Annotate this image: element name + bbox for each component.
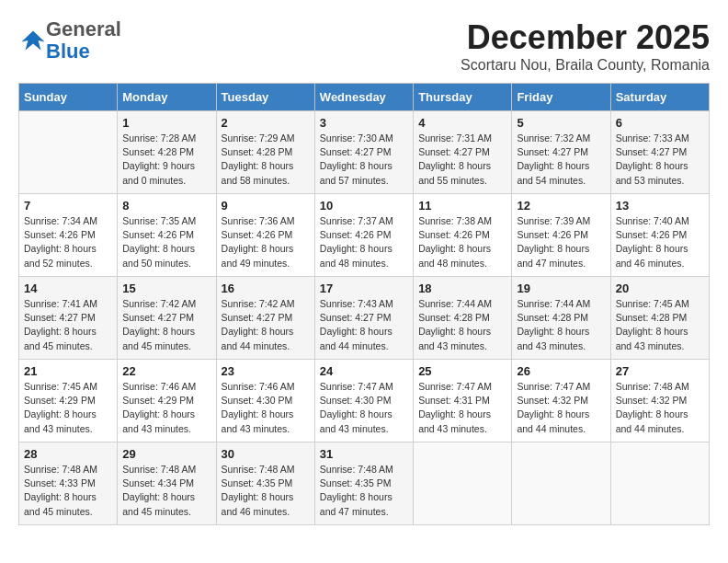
weekday-header-saturday: Saturday [610, 84, 709, 111]
title-block: December 2025 Scortaru Nou, Braila Count… [461, 18, 710, 74]
calendar-cell: 12Sunrise: 7:39 AMSunset: 4:26 PMDayligh… [512, 194, 610, 277]
calendar-cell: 26Sunrise: 7:47 AMSunset: 4:32 PMDayligh… [512, 360, 610, 442]
day-info: Sunrise: 7:30 AMSunset: 4:27 PMDaylight:… [320, 132, 408, 188]
day-info: Sunrise: 7:32 AMSunset: 4:27 PMDaylight:… [517, 132, 605, 188]
logo: General Blue [18, 18, 121, 63]
day-info: Sunrise: 7:46 AMSunset: 4:29 PMDaylight:… [122, 380, 210, 436]
calendar-cell: 7Sunrise: 7:34 AMSunset: 4:26 PMDaylight… [19, 194, 118, 277]
day-number: 12 [517, 199, 605, 213]
calendar-cell: 2Sunrise: 7:29 AMSunset: 4:28 PMDaylight… [216, 111, 314, 194]
calendar-cell: 16Sunrise: 7:42 AMSunset: 4:27 PMDayligh… [216, 277, 314, 360]
calendar-cell: 22Sunrise: 7:46 AMSunset: 4:29 PMDayligh… [118, 360, 216, 442]
calendar-table: SundayMondayTuesdayWednesdayThursdayFrid… [18, 83, 710, 525]
weekday-header-friday: Friday [512, 84, 610, 111]
day-info: Sunrise: 7:48 AMSunset: 4:33 PMDaylight:… [24, 463, 112, 519]
day-number: 28 [24, 447, 112, 461]
day-number: 19 [517, 282, 605, 295]
weekday-header-thursday: Thursday [414, 84, 512, 111]
day-info: Sunrise: 7:36 AMSunset: 4:26 PMDaylight:… [222, 214, 310, 270]
calendar-cell: 24Sunrise: 7:47 AMSunset: 4:30 PMDayligh… [314, 360, 413, 442]
day-number: 21 [24, 364, 112, 378]
calendar-cell: 23Sunrise: 7:46 AMSunset: 4:30 PMDayligh… [216, 360, 314, 442]
day-info: Sunrise: 7:48 AMSunset: 4:35 PMDaylight:… [222, 463, 310, 519]
day-number: 20 [616, 282, 704, 295]
day-number: 14 [24, 282, 112, 295]
calendar-cell: 27Sunrise: 7:48 AMSunset: 4:32 PMDayligh… [610, 360, 709, 442]
day-info: Sunrise: 7:35 AMSunset: 4:26 PMDaylight:… [122, 214, 210, 270]
day-number: 27 [616, 364, 704, 378]
calendar-cell: 4Sunrise: 7:31 AMSunset: 4:27 PMDaylight… [414, 111, 512, 194]
day-info: Sunrise: 7:43 AMSunset: 4:27 PMDaylight:… [320, 297, 408, 353]
day-info: Sunrise: 7:44 AMSunset: 4:28 PMDaylight:… [517, 297, 605, 353]
weekday-header-wednesday: Wednesday [314, 84, 413, 111]
page-header: General Blue December 2025 Scortaru Nou,… [18, 18, 710, 74]
day-number: 6 [616, 116, 704, 130]
week-row-4: 21Sunrise: 7:45 AMSunset: 4:29 PMDayligh… [19, 360, 710, 442]
day-number: 10 [320, 199, 408, 213]
calendar-cell: 21Sunrise: 7:45 AMSunset: 4:29 PMDayligh… [19, 360, 118, 442]
day-info: Sunrise: 7:29 AMSunset: 4:28 PMDaylight:… [222, 132, 310, 188]
location-title: Scortaru Nou, Braila County, Romania [461, 57, 710, 74]
calendar-cell: 13Sunrise: 7:40 AMSunset: 4:26 PMDayligh… [610, 194, 709, 277]
day-number: 17 [320, 282, 408, 295]
day-info: Sunrise: 7:46 AMSunset: 4:30 PMDaylight:… [222, 380, 310, 436]
day-info: Sunrise: 7:48 AMSunset: 4:35 PMDaylight:… [320, 463, 408, 519]
day-info: Sunrise: 7:31 AMSunset: 4:27 PMDaylight:… [418, 132, 506, 188]
day-number: 24 [320, 364, 408, 378]
calendar-cell: 3Sunrise: 7:30 AMSunset: 4:27 PMDaylight… [314, 111, 413, 194]
day-number: 16 [222, 282, 310, 295]
weekday-header-row: SundayMondayTuesdayWednesdayThursdayFrid… [19, 84, 710, 111]
calendar-cell: 11Sunrise: 7:38 AMSunset: 4:26 PMDayligh… [414, 194, 512, 277]
calendar-cell: 29Sunrise: 7:48 AMSunset: 4:34 PMDayligh… [118, 442, 216, 525]
day-number: 5 [517, 116, 605, 130]
day-info: Sunrise: 7:42 AMSunset: 4:27 PMDaylight:… [222, 297, 310, 353]
day-info: Sunrise: 7:44 AMSunset: 4:28 PMDaylight:… [418, 297, 506, 353]
day-info: Sunrise: 7:41 AMSunset: 4:27 PMDaylight:… [24, 297, 112, 353]
svg-marker-0 [21, 31, 44, 51]
calendar-cell: 9Sunrise: 7:36 AMSunset: 4:26 PMDaylight… [216, 194, 314, 277]
calendar-cell: 19Sunrise: 7:44 AMSunset: 4:28 PMDayligh… [512, 277, 610, 360]
day-number: 3 [320, 116, 408, 130]
day-info: Sunrise: 7:34 AMSunset: 4:26 PMDaylight:… [24, 214, 112, 270]
day-number: 22 [122, 364, 210, 378]
day-number: 29 [122, 447, 210, 461]
day-info: Sunrise: 7:40 AMSunset: 4:26 PMDaylight:… [616, 214, 704, 270]
week-row-2: 7Sunrise: 7:34 AMSunset: 4:26 PMDaylight… [19, 194, 710, 277]
logo-blue-text: Blue [46, 40, 90, 63]
month-title: December 2025 [461, 18, 710, 57]
day-number: 8 [122, 199, 210, 213]
day-info: Sunrise: 7:47 AMSunset: 4:31 PMDaylight:… [418, 380, 506, 436]
day-info: Sunrise: 7:48 AMSunset: 4:32 PMDaylight:… [616, 380, 704, 436]
day-info: Sunrise: 7:37 AMSunset: 4:26 PMDaylight:… [320, 214, 408, 270]
day-number: 31 [320, 447, 408, 461]
day-info: Sunrise: 7:33 AMSunset: 4:27 PMDaylight:… [616, 132, 704, 188]
calendar-cell: 6Sunrise: 7:33 AMSunset: 4:27 PMDaylight… [610, 111, 709, 194]
day-number: 23 [222, 364, 310, 378]
day-info: Sunrise: 7:42 AMSunset: 4:27 PMDaylight:… [122, 297, 210, 353]
day-info: Sunrise: 7:47 AMSunset: 4:32 PMDaylight:… [517, 380, 605, 436]
calendar-cell: 14Sunrise: 7:41 AMSunset: 4:27 PMDayligh… [19, 277, 118, 360]
day-info: Sunrise: 7:47 AMSunset: 4:30 PMDaylight:… [320, 380, 408, 436]
week-row-3: 14Sunrise: 7:41 AMSunset: 4:27 PMDayligh… [19, 277, 710, 360]
day-number: 30 [222, 447, 310, 461]
day-number: 11 [418, 199, 506, 213]
weekday-header-monday: Monday [118, 84, 216, 111]
day-number: 25 [418, 364, 506, 378]
calendar-cell [610, 442, 709, 525]
day-number: 13 [616, 199, 704, 213]
day-number: 15 [122, 282, 210, 295]
day-info: Sunrise: 7:45 AMSunset: 4:29 PMDaylight:… [24, 380, 112, 436]
calendar-cell: 8Sunrise: 7:35 AMSunset: 4:26 PMDaylight… [118, 194, 216, 277]
day-info: Sunrise: 7:28 AMSunset: 4:28 PMDaylight:… [122, 132, 210, 188]
day-number: 18 [418, 282, 506, 295]
calendar-cell [512, 442, 610, 525]
day-number: 1 [122, 116, 210, 130]
calendar-cell: 18Sunrise: 7:44 AMSunset: 4:28 PMDayligh… [414, 277, 512, 360]
weekday-header-sunday: Sunday [19, 84, 118, 111]
calendar-cell: 1Sunrise: 7:28 AMSunset: 4:28 PMDaylight… [118, 111, 216, 194]
day-info: Sunrise: 7:38 AMSunset: 4:26 PMDaylight:… [418, 214, 506, 270]
calendar-cell: 30Sunrise: 7:48 AMSunset: 4:35 PMDayligh… [216, 442, 314, 525]
calendar-cell: 20Sunrise: 7:45 AMSunset: 4:28 PMDayligh… [610, 277, 709, 360]
calendar-cell [414, 442, 512, 525]
day-info: Sunrise: 7:45 AMSunset: 4:28 PMDaylight:… [616, 297, 704, 353]
